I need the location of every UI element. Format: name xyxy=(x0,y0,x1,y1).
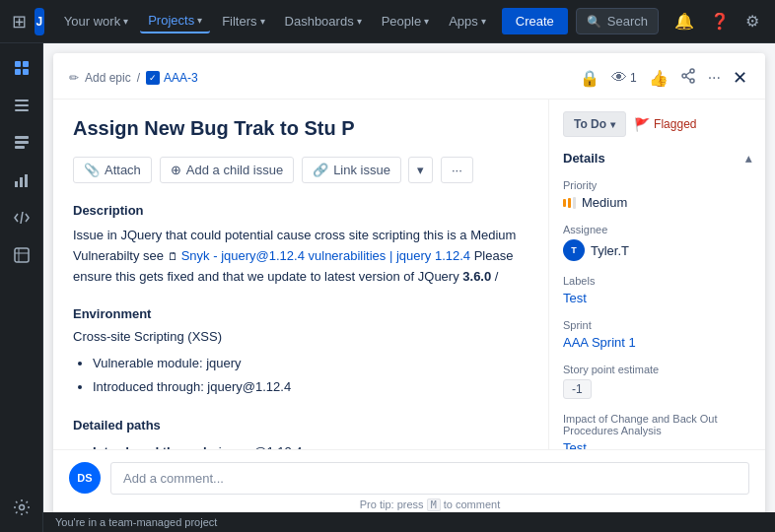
priority-icon xyxy=(563,197,576,209)
svg-rect-7 xyxy=(15,136,29,139)
app-logo[interactable]: J xyxy=(35,8,44,35)
comment-area: DS Add a comment... Pro tip: press M to … xyxy=(53,449,765,522)
breadcrumb-add-epic[interactable]: Add epic xyxy=(85,71,131,85)
settings-icon[interactable]: ⚙ xyxy=(741,8,763,34)
issue-body: Assign New Bug Trak to Stu P 📎 Attach ⊕ … xyxy=(53,100,765,449)
labels-value: Test xyxy=(563,291,751,305)
nav-item-projects[interactable]: Projects ▾ xyxy=(140,9,210,33)
impact-row: Impact of Change and Back Out Procedures… xyxy=(563,413,751,449)
svg-line-13 xyxy=(21,212,23,224)
snyk-link[interactable]: Snyk - jquery@1.12.4 vulnerabilities | j… xyxy=(181,248,470,263)
story-points-badge[interactable]: -1 xyxy=(563,379,592,399)
description-icon: 🗒 xyxy=(168,250,181,262)
status-chevron-icon: ▾ xyxy=(610,119,615,130)
notifications-icon[interactable]: 🔔 xyxy=(670,8,698,34)
svg-point-20 xyxy=(690,79,694,83)
environment-bullets: Vulnerable module: jquery Introduced thr… xyxy=(73,352,528,398)
lock-icon[interactable]: 🔒 xyxy=(578,67,601,90)
sidebar-icon-settings[interactable] xyxy=(5,491,38,524)
nav-item-dashboards[interactable]: Dashboards ▾ xyxy=(277,10,370,33)
link-issue-button[interactable]: 🔗 Link issue xyxy=(302,157,401,183)
current-user-avatar: DS xyxy=(69,462,101,494)
edit-icon[interactable]: ✏ xyxy=(69,71,79,85)
assignee-row: Assignee T Tyler.T xyxy=(563,224,751,261)
story-points-row: Story point estimate -1 xyxy=(563,364,751,399)
more-actions-button[interactable]: ··· xyxy=(441,157,473,183)
svg-rect-10 xyxy=(15,181,18,187)
issue-left: Assign New Bug Trak to Stu P 📎 Attach ⊕ … xyxy=(53,100,548,449)
issue-header-actions: 🔒 👁 1 👍 ··· ✕ xyxy=(578,65,749,91)
comment-tip: Pro tip: press M to comment xyxy=(110,499,749,510)
bullet-item-2: Introduced through: jquery@1.12.4 xyxy=(93,375,528,398)
impact-link[interactable]: Test xyxy=(563,440,587,449)
sprint-value: AAA Sprint 1 xyxy=(563,335,751,350)
sidebar-icon-home[interactable] xyxy=(5,51,38,85)
issue-panel: ✏ Add epic / ✓ AAA-3 🔒 👁 1 👍 xyxy=(53,53,765,522)
nav-item-filters[interactable]: Filters ▾ xyxy=(214,10,272,33)
add-child-issue-button[interactable]: ⊕ Add a child issue xyxy=(160,157,294,183)
svg-rect-5 xyxy=(15,104,29,106)
assignee-avatar: T xyxy=(563,239,585,261)
breadcrumb-issue-link[interactable]: ✓ AAA-3 xyxy=(146,71,198,85)
labels-row: Labels Test xyxy=(563,275,751,305)
environment-name: Cross-site Scripting (XSS) xyxy=(73,329,528,344)
svg-rect-2 xyxy=(15,69,21,75)
svg-rect-11 xyxy=(20,177,23,187)
issue-actions: 📎 Attach ⊕ Add a child issue 🔗 Link issu… xyxy=(73,157,528,183)
paperclip-icon: 📎 xyxy=(84,163,100,177)
chevron-down-icon: ▾ xyxy=(481,16,486,27)
share-icon[interactable] xyxy=(678,66,698,90)
environment-title: Environment xyxy=(73,306,528,321)
attach-button[interactable]: 📎 Attach xyxy=(73,157,152,183)
chevron-down-icon: ▾ xyxy=(357,16,362,27)
detailed-paths-title: Detailed paths xyxy=(73,418,528,432)
more-icon[interactable]: ··· xyxy=(706,67,723,89)
watch-icon[interactable]: 👁 1 xyxy=(609,67,639,89)
comment-input-wrapper: Add a comment... Pro tip: press M to com… xyxy=(110,462,749,510)
comment-input[interactable]: Add a comment... xyxy=(110,462,749,495)
content-area: ✏ Add epic / ✓ AAA-3 🔒 👁 1 👍 xyxy=(43,43,775,532)
sidebar-icon-backlog[interactable] xyxy=(5,126,38,160)
issue-type-icon: ✓ xyxy=(146,71,160,85)
svg-rect-6 xyxy=(15,109,29,111)
svg-point-17 xyxy=(19,505,24,510)
nav-item-your-work[interactable]: Your work ▾ xyxy=(56,10,136,33)
breadcrumb: ✏ Add epic / ✓ AAA-3 xyxy=(69,71,198,85)
help-icon[interactable]: ❓ xyxy=(706,8,734,34)
details-header[interactable]: Details ▴ xyxy=(563,151,751,166)
link-icon: 🔗 xyxy=(313,163,328,177)
flag-icon: 🚩 xyxy=(634,117,650,132)
dropdown-arrow-button[interactable]: ▾ xyxy=(408,157,433,183)
svg-point-18 xyxy=(690,69,694,73)
labels-link[interactable]: Test xyxy=(563,291,587,305)
nav-item-apps[interactable]: Apps ▾ xyxy=(441,10,494,33)
sprint-row: Sprint AAA Sprint 1 xyxy=(563,319,751,350)
assignee-value: T Tyler.T xyxy=(563,239,751,261)
svg-line-21 xyxy=(685,72,689,75)
svg-rect-1 xyxy=(23,61,29,67)
breadcrumb-separator: / xyxy=(137,71,140,85)
close-icon[interactable]: ✕ xyxy=(731,65,749,91)
like-icon[interactable]: 👍 xyxy=(647,67,670,90)
issue-right-panel: To Do ▾ 🚩 Flagged Details ▴ xyxy=(548,100,765,449)
nav-item-people[interactable]: People ▾ xyxy=(374,10,437,33)
svg-rect-3 xyxy=(23,69,29,75)
story-points-value: -1 xyxy=(563,379,751,399)
sidebar-icon-board[interactable] xyxy=(5,89,38,122)
top-nav: ⊞ J Your work ▾ Projects ▾ Filters ▾ Das… xyxy=(0,0,775,43)
sidebar-icon-code[interactable] xyxy=(5,201,38,234)
search-box[interactable]: 🔍 Search xyxy=(576,8,659,34)
sprint-link[interactable]: AAA Sprint 1 xyxy=(563,335,636,350)
child-icon: ⊕ xyxy=(171,163,181,177)
grid-icon[interactable]: ⊞ xyxy=(12,11,27,33)
status-button[interactable]: To Do ▾ xyxy=(563,111,626,137)
detailed-item-1: Introduced through: jquery@1.12.4 xyxy=(93,440,528,449)
main-layout: ✏ Add epic / ✓ AAA-3 🔒 👁 1 👍 xyxy=(0,43,775,532)
create-button[interactable]: Create xyxy=(502,8,568,34)
search-icon: 🔍 xyxy=(587,15,601,29)
sidebar-icon-chart[interactable] xyxy=(5,164,38,197)
chevron-down-icon: ▾ xyxy=(197,15,202,26)
chevron-down-icon: ▾ xyxy=(123,16,128,27)
sidebar-icon-plan[interactable] xyxy=(5,238,38,272)
chevron-down-icon: ▾ xyxy=(424,16,429,27)
